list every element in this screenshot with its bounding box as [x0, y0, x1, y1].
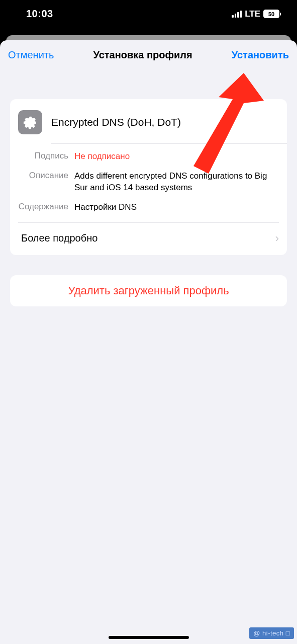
- page-title: Установка профиля: [93, 49, 192, 61]
- delete-profile-label: Удалить загруженный профиль: [19, 284, 278, 297]
- network-type: LTE: [245, 9, 260, 19]
- gear-icon: [18, 110, 42, 134]
- more-details-button[interactable]: Более подробно ›: [10, 223, 287, 255]
- home-indicator[interactable]: [109, 636, 189, 639]
- profile-card: Encrypted DNS (DoH, DoT) Подпись Не подп…: [10, 99, 287, 255]
- battery-icon: 50: [263, 10, 281, 18]
- chevron-right-icon: ›: [275, 232, 279, 245]
- profile-header: Encrypted DNS (DoH, DoT): [10, 99, 287, 143]
- modal-sheet: Отменить Установка профиля Установить En…: [0, 40, 297, 644]
- status-bar: 10:03 LTE 50: [0, 0, 297, 28]
- contents-label: Содержание: [18, 202, 68, 212]
- signal-icon: [232, 11, 242, 18]
- contents-row: Содержание Настройки DNS: [10, 198, 287, 222]
- profile-name: Encrypted DNS (DoH, DoT): [51, 116, 181, 128]
- status-indicators: LTE 50: [232, 9, 281, 19]
- signature-label: Подпись: [18, 151, 68, 161]
- signature-row: Подпись Не подписано: [10, 144, 287, 167]
- description-label: Описание: [18, 171, 68, 181]
- cancel-button[interactable]: Отменить: [8, 49, 54, 61]
- more-details-label: Более подробно: [21, 232, 97, 244]
- nav-bar: Отменить Установка профиля Установить: [0, 40, 297, 68]
- description-value: Adds different encrypted DNS configurati…: [74, 171, 279, 194]
- contents-value: Настройки DNS: [74, 202, 279, 213]
- description-row: Описание Adds different encrypted DNS co…: [10, 167, 287, 198]
- status-time: 10:03: [26, 8, 53, 20]
- signature-value: Не подписано: [74, 151, 279, 163]
- watermark: @ hi-tech □: [249, 627, 294, 639]
- delete-profile-button[interactable]: Удалить загруженный профиль: [10, 275, 287, 306]
- battery-level: 50: [268, 11, 274, 17]
- install-button[interactable]: Установить: [232, 49, 289, 61]
